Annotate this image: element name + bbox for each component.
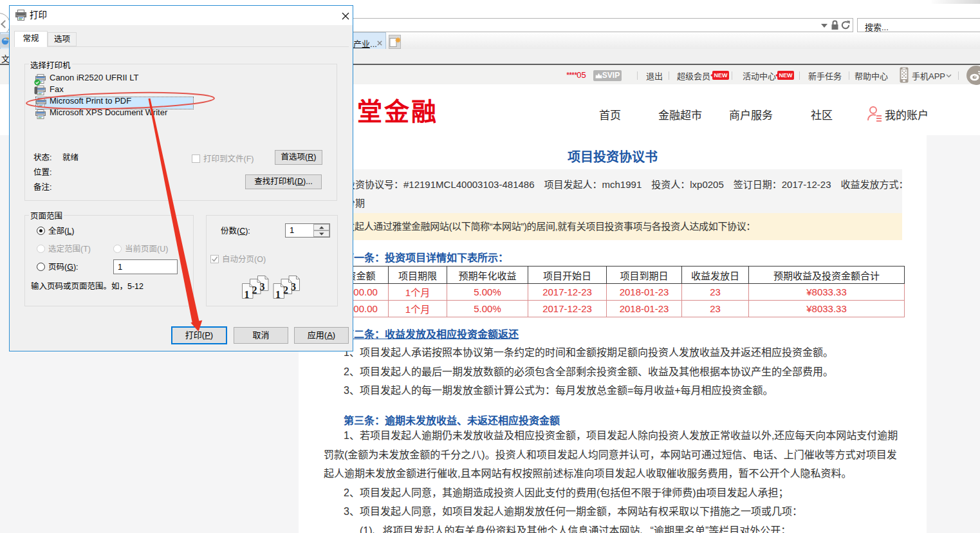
svg-text:2: 2 [252,285,257,295]
svg-text:1: 1 [245,289,250,300]
svg-text:3: 3 [260,281,265,292]
